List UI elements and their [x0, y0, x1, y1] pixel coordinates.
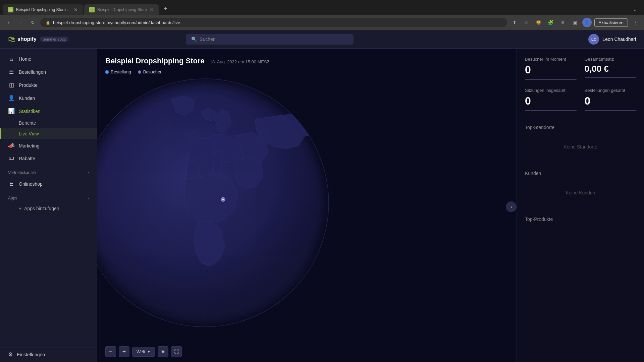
statistiken-icon: 📊	[8, 108, 15, 114]
stat-bestellungen: Bestellungen gesamt 0	[585, 88, 636, 111]
sidebar-kunden-label: Kunden	[19, 96, 35, 101]
main-layout: ⌂ Home ☰ Bestellungen ◫ Produkte 👤 Kunde…	[0, 49, 644, 362]
browser-chrome: 🛍 Beispiel Dropshipping Store ·... ✕ 🛍 B…	[0, 0, 644, 30]
shopify-logo-text: shopify	[17, 36, 37, 42]
kunden-title: Kunden	[525, 171, 636, 176]
map-controls: − + Welt ▼ 👁 ⛶	[105, 346, 182, 357]
divider-2	[525, 165, 636, 165]
map-nav-arrow[interactable]: ›	[506, 201, 517, 212]
stat-bestellungen-label: Bestellungen gesamt	[585, 88, 636, 93]
sidebar-sub-item-berichte[interactable]: Berichte	[0, 118, 97, 128]
user-area: LC Leon Chaudhari	[588, 34, 636, 45]
eye-button[interactable]: 👁	[158, 346, 168, 357]
forward-button[interactable]: ›	[16, 18, 25, 27]
tab-menu-button[interactable]: ⌄	[629, 4, 641, 15]
keine-standorte-message: Keine Standorte	[525, 134, 636, 160]
tab2-title: Beispiel Dropshipping Store	[97, 7, 147, 12]
plus-icon: +	[19, 206, 21, 211]
settings-item[interactable]: ⚙ Einstellungen	[0, 348, 97, 361]
stat-besucher-label: Besucher im Moment	[525, 57, 577, 62]
stat-sitzungen-bar	[525, 110, 577, 111]
fullscreen-button[interactable]: ⛶	[171, 346, 182, 357]
kunden-section: Kunden Keine Kunden	[525, 171, 636, 205]
stat-sitzungen: Sitzungen insgesamt 0	[525, 88, 577, 111]
stats-grid: Besucher im Moment 0 Gesamtumsatz 0,00 €	[525, 57, 636, 111]
sidebar-item-produkte[interactable]: ◫ Produkte	[0, 78, 97, 92]
profile-icon[interactable]: 👤	[582, 18, 592, 27]
globe-container	[97, 69, 339, 337]
zoom-out-button[interactable]: −	[105, 346, 116, 357]
browser-tab-active[interactable]: 🛍 Beispiel Dropshipping Store ·... ✕	[3, 4, 83, 15]
stat-sitzungen-label: Sitzungen insgesamt	[525, 88, 577, 93]
bookmark-icon[interactable]: ☆	[522, 18, 531, 27]
produkte-icon: ◫	[8, 82, 15, 88]
stat-sitzungen-value: 0	[525, 95, 577, 107]
sidebar-produkte-label: Produkte	[19, 82, 38, 88]
sidebar-rabatte-label: Rabatte	[19, 156, 35, 161]
apps-expand-icon[interactable]: ›	[88, 196, 89, 200]
tab-close-icon[interactable]: ✕	[74, 7, 78, 12]
sidebar-item-home[interactable]: ⌂ Home	[0, 53, 97, 65]
marketing-icon: 📣	[8, 142, 15, 149]
kunden-icon: 👤	[8, 95, 15, 101]
sidebar-item-rabatte[interactable]: 🏷 Rabatte	[0, 152, 97, 165]
stat-besucher-bar	[525, 79, 577, 80]
divider-3	[525, 211, 636, 211]
map-panel: Beispiel Dropshipping Store 18. Aug. 202…	[97, 49, 517, 362]
sidebar-item-statistiken[interactable]: 📊 Statistiken	[0, 105, 97, 118]
extension-icon[interactable]: 🧩	[546, 18, 555, 27]
address-text: beispiel-dropshipping-store.myshopify.co…	[53, 20, 180, 25]
top-produkte-title: Top-Produkte	[525, 217, 636, 222]
keine-kunden-message: Keine Kunden	[525, 180, 636, 205]
tabs-bar: 🛍 Beispiel Dropshipping Store ·... ✕ 🛍 B…	[0, 0, 644, 15]
expand-icon[interactable]: ›	[88, 170, 89, 175]
stat-gesamtumsatz: Gesamtumsatz 0,00 €	[585, 57, 636, 80]
world-dropdown-icon: ▼	[147, 350, 151, 354]
shopify-logo-icon: 🛍	[8, 35, 15, 44]
store-title: Beispiel Dropshipping Store	[105, 57, 205, 65]
update-button[interactable]: Aktualisieren	[594, 18, 628, 27]
search-bar[interactable]: 🔍 Suchen	[186, 34, 354, 45]
zoom-in-button[interactable]: +	[119, 346, 129, 357]
sidebar-item-bestellungen[interactable]: ☰ Bestellungen	[0, 65, 97, 78]
rabatte-icon: 🏷	[8, 156, 15, 162]
vertriebskanaele-section-label: Vertriebskanäle ›	[0, 165, 97, 178]
search-icon: 🔍	[191, 37, 197, 42]
stat-bestellungen-value: 0	[585, 95, 636, 107]
top-standorte-section: Top-Standorte Keine Standorte	[525, 125, 636, 160]
sidebar-sub-item-live-view[interactable]: Live View	[0, 128, 97, 139]
list-icon[interactable]: ≡	[558, 18, 568, 27]
world-dropdown[interactable]: Welt ▼	[132, 347, 155, 357]
brave-icon[interactable]: 🦁	[534, 18, 543, 27]
svg-point-13	[222, 199, 224, 200]
stat-besucher-value: 0	[525, 64, 577, 76]
more-options-icon[interactable]: ⋮	[631, 18, 640, 27]
sidebar-item-kunden[interactable]: 👤 Kunden	[0, 92, 97, 105]
summer-badge: Sommer 2022	[40, 37, 68, 42]
new-tab-button[interactable]: +	[160, 3, 171, 15]
share-icon[interactable]: ⬆	[510, 18, 519, 27]
sidebar-home-label: Home	[19, 56, 31, 62]
browser-tab-inactive[interactable]: 🛍 Beispiel Dropshipping Store ✕	[84, 4, 159, 15]
globe-svg	[97, 69, 339, 337]
shopify-header: 🛍 shopify Sommer 2022 🔍 Suchen LC Leon C…	[0, 30, 644, 49]
sidebar-marketing-label: Marketing	[19, 143, 39, 148]
top-standorte-title: Top-Standorte	[525, 125, 636, 130]
back-button[interactable]: ‹	[4, 18, 13, 27]
sidebar-item-onlineshop[interactable]: 🖥 Onlineshop	[0, 178, 97, 190]
tab2-close-icon[interactable]: ✕	[150, 7, 154, 12]
sidebar-statistiken-label: Statistiken	[19, 109, 41, 114]
shopify-logo: 🛍 shopify Sommer 2022	[8, 35, 68, 44]
reload-button[interactable]: ↻	[28, 18, 38, 27]
address-bar[interactable]: 🔒 beispiel-dropshipping-store.myshopify.…	[40, 18, 507, 27]
store-timestamp: 18. Aug. 2022 um 15:00 MESZ	[210, 59, 270, 64]
sidebar-toggle-icon[interactable]: ▣	[570, 18, 580, 27]
lock-icon: 🔒	[46, 20, 50, 25]
add-apps-button[interactable]: + Apps hinzufügen	[0, 203, 97, 214]
user-name: Leon Chaudhari	[602, 37, 636, 42]
sidebar-bestellungen-label: Bestellungen	[19, 69, 46, 75]
tab-title: Beispiel Dropshipping Store ·...	[16, 7, 71, 12]
top-produkte-section: Top-Produkte	[525, 217, 636, 222]
sidebar-item-marketing[interactable]: 📣 Marketing	[0, 139, 97, 152]
stat-gesamtumsatz-bar	[585, 77, 636, 78]
